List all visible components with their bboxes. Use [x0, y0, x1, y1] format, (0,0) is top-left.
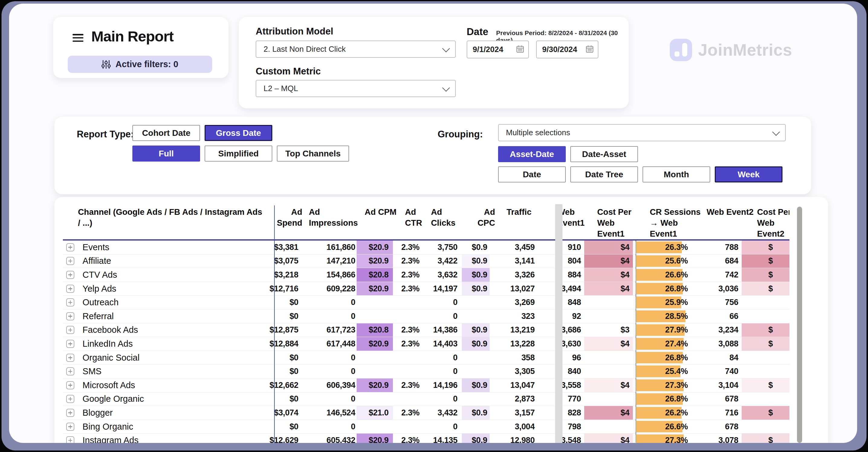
- cell-ad-cpc: [462, 365, 490, 378]
- vertical-scrollbar[interactable]: [797, 207, 802, 443]
- cell-spacer: [538, 323, 545, 337]
- expand-row-button[interactable]: [66, 409, 74, 417]
- cell-ad-clicks: 3,632: [422, 268, 462, 282]
- cell-cr-sessions-web-event1: 25.4%: [636, 365, 692, 378]
- date-from-value: 9/1/2024: [473, 45, 503, 54]
- grouping-button-date-tree[interactable]: Date Tree: [570, 166, 638, 182]
- cell-web-event1: 96: [545, 351, 584, 365]
- cell-spacer: [538, 268, 545, 282]
- column-header-13[interactable]: CR Sessions → Web Event1: [646, 206, 704, 239]
- expand-row-button[interactable]: [66, 312, 74, 320]
- calendar-icon[interactable]: [516, 45, 524, 54]
- table-row: Organic Social$0003589626.8%84: [63, 351, 789, 365]
- grouping-button-asset-date[interactable]: Asset-Date: [498, 146, 566, 162]
- cell-spacer: [633, 433, 636, 443]
- cell-ad-impressions: 609,228: [300, 282, 356, 295]
- expand-row-button[interactable]: [66, 243, 74, 251]
- cell-web-event2: 756: [692, 295, 742, 309]
- report-type-button-simplified[interactable]: Simplified: [205, 145, 272, 162]
- cell-channel: Affiliate: [78, 254, 262, 268]
- column-header-4[interactable]: Ad CPM: [362, 206, 399, 218]
- filter-sliders-icon: [101, 60, 111, 69]
- cell-traffic: 358: [490, 351, 538, 365]
- date-from-input[interactable]: 9/1/2024: [467, 40, 529, 58]
- chevron-down-icon: [772, 128, 780, 136]
- custom-metric-select[interactable]: L2 – MQL: [256, 80, 456, 97]
- table-header-row: Channel (Google Ads / FB Ads / Instagram…: [63, 206, 789, 239]
- expand-row-button[interactable]: [66, 285, 74, 293]
- cell-cost-per-web-event2: [742, 392, 789, 406]
- expand-row-button[interactable]: [66, 298, 74, 307]
- report-type-button-cohort-date[interactable]: Cohort Date: [132, 125, 200, 141]
- menu-icon[interactable]: [72, 34, 84, 42]
- chevron-down-icon: [442, 84, 450, 91]
- column-header-6[interactable]: Ad Clicks: [429, 206, 469, 228]
- expand-row-button[interactable]: [66, 354, 74, 362]
- report-type-button-top-channels[interactable]: Top Channels: [277, 145, 349, 162]
- grouping-button-month[interactable]: Month: [643, 166, 710, 182]
- column-header-14[interactable]: Web Event2: [704, 206, 754, 218]
- expand-cell: [63, 420, 78, 433]
- cell-web-event2: 740: [692, 365, 742, 378]
- cell-ad-ctr: 2.3%: [393, 268, 422, 282]
- grouping-button-date-asset[interactable]: Date-Asset: [570, 146, 638, 162]
- cell-traffic: 3,157: [490, 406, 538, 420]
- expand-row-button[interactable]: [66, 395, 74, 403]
- cell-web-event2: 84: [692, 351, 742, 365]
- expand-row-button[interactable]: [66, 257, 74, 265]
- grouping-button-date[interactable]: Date: [498, 166, 566, 182]
- grouping-select[interactable]: Multiple selections: [498, 124, 786, 141]
- expand-row-button[interactable]: [66, 326, 74, 334]
- expand-cell: [63, 433, 78, 443]
- cell-spacer: [633, 420, 636, 433]
- table-row: Events$3,381161,860$20.92.3%3,750$0.93,4…: [63, 241, 789, 254]
- active-filters-badge[interactable]: Active filters: 0: [68, 56, 212, 73]
- column-header-9[interactable]: [547, 206, 554, 207]
- cell-cost-per-web-event2: [742, 351, 789, 365]
- cell-ad-cpc: [462, 392, 490, 406]
- grouping-button-week[interactable]: Week: [715, 166, 782, 182]
- cell-spacer: [538, 337, 545, 351]
- table-row: Microsoft Ads$12,662606,394$20.92.3%14,1…: [63, 378, 789, 392]
- column-header-3[interactable]: Ad Impressions: [305, 206, 362, 228]
- cell-cost-per-web-event1: [584, 420, 633, 433]
- cell-ad-clicks: 3,750: [422, 241, 462, 254]
- cell-ad-cpm: $20.9: [356, 378, 393, 392]
- date-to-input[interactable]: 9/30/2024: [536, 40, 598, 58]
- expand-row-button[interactable]: [66, 423, 74, 431]
- column-header-12[interactable]: [643, 206, 646, 207]
- column-header-1[interactable]: Channel (Google Ads / FB Ads / Instagram…: [78, 206, 266, 228]
- cell-ad-spend: $0: [262, 365, 301, 378]
- cell-cost-per-web-event2: $: [742, 241, 789, 254]
- expand-row-button[interactable]: [66, 436, 74, 443]
- calendar-icon[interactable]: [586, 45, 594, 54]
- joinmetrics-logo-icon: [670, 39, 692, 61]
- cell-ad-cpc: $0.9: [462, 254, 490, 268]
- expand-row-button[interactable]: [66, 340, 74, 348]
- column-header-2[interactable]: Ad Spend: [266, 206, 305, 228]
- cell-ad-impressions: 146,524: [300, 406, 356, 420]
- cell-channel: Bing Organic: [78, 420, 262, 433]
- expand-row-button[interactable]: [66, 367, 74, 375]
- report-type-button-full[interactable]: Full: [132, 145, 200, 162]
- cell-spacer: [633, 268, 636, 282]
- column-header-5[interactable]: Ad CTR: [399, 206, 429, 228]
- column-header-7[interactable]: Ad CPC: [469, 206, 497, 228]
- cell-web-event2: 678: [692, 420, 742, 433]
- cell-ad-cpc: $0.9: [462, 241, 490, 254]
- column-header-15[interactable]: Cost Per Web Event2: [754, 206, 789, 239]
- cell-ad-clicks: 14,196: [422, 378, 462, 392]
- expand-cell: [63, 323, 78, 337]
- attribution-model-select[interactable]: 2. Last Non Direct Click: [256, 40, 456, 58]
- column-header-8[interactable]: Traffic: [497, 206, 547, 218]
- expand-row-button[interactable]: [66, 381, 74, 389]
- cell-web-event2: 788: [692, 241, 742, 254]
- cell-spacer: [633, 241, 636, 254]
- column-header-0[interactable]: [63, 206, 78, 207]
- report-type-button-gross-date[interactable]: Gross Date: [205, 125, 272, 141]
- expand-cell: [63, 392, 78, 406]
- cell-spacer: [538, 406, 545, 420]
- pane-splitter[interactable]: [555, 204, 562, 443]
- expand-row-button[interactable]: [66, 271, 74, 279]
- column-header-11[interactable]: Cost Per Web Event1: [594, 206, 643, 239]
